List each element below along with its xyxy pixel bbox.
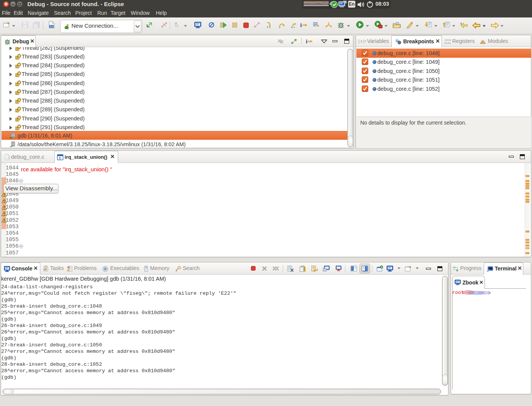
svg-text:1010: 1010 bbox=[444, 39, 451, 42]
svg-text:.c: .c bbox=[6, 156, 10, 160]
svg-text:i: i bbox=[300, 22, 302, 28]
svg-text:c: c bbox=[59, 156, 61, 160]
svg-text:0101: 0101 bbox=[444, 42, 451, 44]
svg-text:(x)=: (x)= bbox=[358, 39, 366, 44]
svg-text:010: 010 bbox=[50, 25, 55, 28]
svg-text:i: i bbox=[306, 39, 307, 44]
